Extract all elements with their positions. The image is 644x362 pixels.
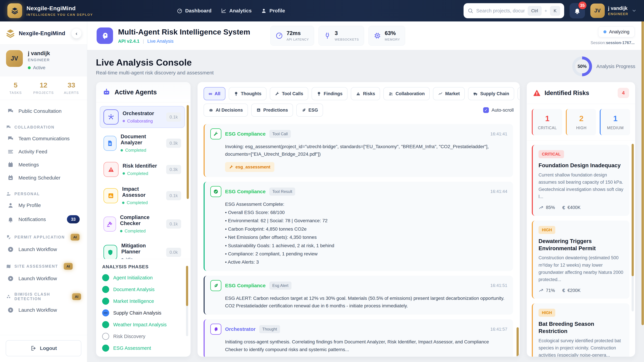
warning-triangle-icon (533, 89, 541, 97)
token-count: 0.1k (166, 219, 181, 229)
filter-supply-chain[interactable]: Supply Chain (468, 87, 514, 100)
feed-event-tool-result[interactable]: ESG Compliance Tool Result 16:41:44 ESG … (204, 182, 513, 271)
sidebar-item-launch-workflow-bim[interactable]: Launch Workflow (5, 304, 82, 317)
sidebar-item-notifications[interactable]: Notifications 33 (5, 212, 82, 227)
summary-critical: 1 CRITICAL (532, 109, 562, 135)
phase-supply-chain-analysis: ••• Supply Chain Analysis (102, 309, 184, 317)
nav-profile-label: Profile (269, 8, 285, 13)
user-menu[interactable]: JV j vandijk ENGINEER (590, 3, 636, 18)
risks-scrollbar[interactable] (632, 144, 634, 276)
notifications-button[interactable]: 35 (570, 3, 585, 18)
severity-badge: CRITICAL (538, 150, 564, 158)
agents-scrollbar[interactable] (187, 105, 189, 199)
filter-weather[interactable]: Weather (518, 87, 520, 100)
sidebar-item-activity-feed[interactable]: Activity Feed (5, 145, 82, 158)
stat-api-latency: 72msAPI LATENCY (270, 26, 314, 45)
hub-icon (104, 109, 118, 124)
sidebar-item-launch-workflow-permit[interactable]: Launch Workflow (5, 243, 82, 256)
leaf-icon (210, 280, 221, 291)
sidebar-stats: 5TASKS 12PROJECTS 33ALERTS (0, 76, 87, 100)
ai-badge: AI (70, 234, 80, 241)
filter-risks[interactable]: Risks (351, 87, 380, 100)
search-input[interactable] (476, 8, 525, 13)
autoscroll-toggle[interactable]: ✓ Auto-scroll (483, 107, 514, 113)
token-count: 0.3k (166, 165, 181, 174)
active-agents-panel: Active Agents Orchestrator Collaborating… (96, 82, 191, 357)
live-analysis-link[interactable]: Live Analysis (148, 39, 174, 44)
agent-row-orchestrator[interactable]: Orchestrator Collaborating 0.1k (100, 106, 185, 128)
feed-scrollbar[interactable] (516, 327, 519, 357)
chat-bubbles-icon (6, 125, 11, 130)
logout-button[interactable]: Logout (6, 340, 81, 356)
filter-tool-calls[interactable]: Tool Calls (270, 87, 308, 100)
agent-row-document-analyzer[interactable]: Document Analyzer Completed 0.3k (100, 130, 185, 156)
nav-profile[interactable]: Profile (261, 8, 285, 13)
sidebar-item-launch-workflow-site[interactable]: Launch Workflow (5, 272, 82, 285)
in-progress-icon: ••• (102, 309, 109, 317)
sidebar-item-meeting-scheduler[interactable]: Meeting Scheduler (5, 171, 82, 184)
sidebar-item-meetings[interactable]: Meetings (5, 158, 82, 171)
check-circle-icon (210, 186, 221, 197)
page-scrollbar-track[interactable] (641, 0, 644, 362)
avatar: JV (590, 3, 605, 18)
filter-collaboration[interactable]: Collaboration (384, 87, 430, 100)
risk-cards-list: CRITICAL Foundation Design Inadequacy Cu… (527, 140, 635, 357)
filter-thoughts[interactable]: Thoughts (229, 87, 266, 100)
risk-card-bat-breeding[interactable]: HIGH Bat Breeding Season Restriction Eco… (532, 303, 630, 357)
stat-alerts: 33ALERTS (58, 81, 85, 95)
robot-icon (102, 88, 111, 96)
feed-event-esg-alert[interactable]: ESG Compliance Esg Alert 16:41:51 ESG AL… (204, 276, 513, 315)
token-count: 0.1k (166, 191, 181, 200)
phase-market-intelligence: Market Intelligence (102, 298, 184, 305)
risk-card-dewatering[interactable]: HIGH Dewatering Triggers Environmental P… (532, 221, 630, 299)
agent-row-compliance-checker[interactable]: Compliance Checker Completed 0.1k (100, 211, 185, 237)
risk-card-foundation[interactable]: CRITICAL Foundation Design Inadequacy Cu… (532, 145, 630, 216)
chat-bubbles-icon (8, 135, 14, 142)
filter-market[interactable]: Market (433, 87, 465, 100)
check-circle-icon (102, 345, 109, 352)
page-scrollbar-thumb[interactable] (642, 10, 644, 325)
euro-icon: € (562, 205, 565, 211)
check-circle-icon (102, 321, 109, 328)
play-circle-icon (8, 246, 14, 253)
progress-ring: 50% (572, 56, 592, 76)
logout-icon (30, 345, 36, 351)
event-time: 16:41:41 (490, 131, 507, 137)
sidebar-item-public-consultation[interactable]: Public Consultation (5, 105, 82, 118)
sidebar-collapse-button[interactable]: ‹ (71, 28, 82, 38)
live-feed-panel: ∞All Thoughts Tool Calls Findings Risks … (198, 82, 520, 357)
sidebar-item-my-profile[interactable]: My Profile (5, 199, 82, 212)
brand-tagline: INTELLIGENCE YOU CAN DEPLOY (26, 13, 93, 16)
filter-all[interactable]: ∞All (204, 87, 226, 100)
warning-triangle-icon (104, 162, 118, 177)
global-search[interactable]: Ctrl + K (464, 3, 564, 18)
checkbox-checked-icon: ✓ (483, 107, 489, 113)
agent-row-risk-identifier[interactable]: Risk Identifier Completed 0.3k (100, 159, 185, 180)
event-type-badge: Thought (259, 325, 280, 333)
nav-dashboard[interactable]: Dashboard (177, 8, 212, 13)
filter-ai-decisions[interactable]: AI Decisions (204, 104, 248, 117)
nav-analytics[interactable]: Analytics (221, 8, 252, 13)
sidebar-item-team-communications[interactable]: Team Communications (5, 132, 82, 145)
layers-icon (11, 7, 19, 15)
pencil-doc-icon (6, 235, 11, 240)
feed-event-thought[interactable]: Orchestrator Thought 16:41:57 Initiating… (204, 319, 513, 357)
kbd-ctrl: Ctrl (528, 6, 542, 15)
molecule-icon (6, 294, 11, 299)
calendar-icon (8, 162, 14, 168)
tool-tag: esg_assessment (225, 162, 274, 172)
cpu-icon (374, 32, 381, 39)
robot-icon (209, 108, 213, 112)
filter-esg[interactable]: ESG (296, 104, 323, 117)
feed-event-tool-call[interactable]: ESG Compliance Tool Call 16:41:41 Invoki… (204, 124, 513, 177)
agent-row-mitigation-planner[interactable]: Mitigation Planner Idle 0.0k (100, 239, 185, 259)
filter-predictions[interactable]: Predictions (251, 104, 293, 117)
filter-findings[interactable]: Findings (312, 87, 348, 100)
phases-scrollbar[interactable] (186, 266, 188, 306)
feed-filters: ∞All Thoughts Tool Calls Findings Risks … (198, 82, 520, 121)
document-icon (104, 136, 116, 151)
top-nav: Dashboard Analytics Profile (177, 8, 285, 13)
console-title: Live Analysis Console (96, 57, 214, 67)
agent-row-impact-assessor[interactable]: Impact Assessor Completed 0.1k (100, 183, 185, 209)
sidebar-brand-name: Nexgile-EngiMind (19, 30, 68, 36)
